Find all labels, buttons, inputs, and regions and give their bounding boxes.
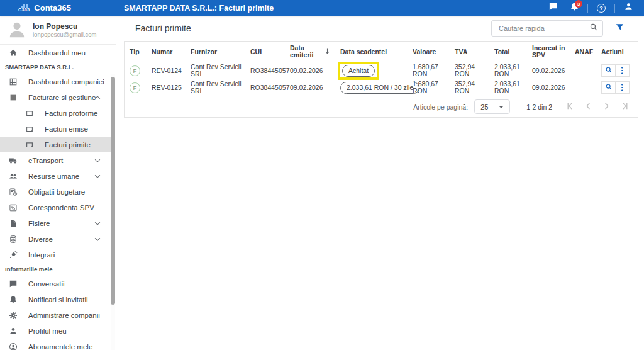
next-page-button[interactable]: [597, 98, 616, 116]
sidebar-item-profilul-meu[interactable]: Profilul meu: [0, 323, 111, 339]
header-incarcat-in-spv[interactable]: Incarcat in SPV: [527, 42, 570, 62]
sidebar-item-integrari[interactable]: Integrari: [0, 247, 111, 262]
grid-icon: [8, 77, 18, 86]
bell-icon: [8, 295, 18, 304]
sidebar-item-notificari-si-invitatii[interactable]: Notificari si invitatii: [0, 291, 111, 307]
table-header-row: Tip Numar Furnizor CUI Data emiterii Dat…: [125, 42, 638, 62]
view-invoice-button[interactable]: [601, 81, 616, 94]
sidebar-item-abonamentele-mele[interactable]: Abonamentele mele: [0, 339, 111, 350]
chat-button[interactable]: [542, 0, 564, 16]
header-furnizor[interactable]: Furnizor: [186, 42, 245, 62]
sidebar-item-dashboardul-companiei[interactable]: Dashboardul companiei: [0, 74, 111, 89]
sidebar-item-facturi-primite[interactable]: Facturi primite: [0, 137, 111, 152]
file-icon: [8, 218, 18, 228]
invoice-icon: [25, 108, 34, 118]
chevron-left-icon: [584, 101, 593, 113]
cell-data-emiterii: 09.02.2026: [285, 62, 335, 79]
logo-text: C365: [18, 8, 30, 13]
cell-tva: 352,94 RON: [450, 62, 489, 79]
cell-furnizor: Cont Rev Servicii SRL: [186, 79, 245, 96]
sidebar-scrollbar: [111, 74, 115, 350]
cell-data-emiterii: 09.02.2026: [285, 79, 335, 96]
sidebar-item-facturi-emise[interactable]: Facturi emise: [0, 121, 111, 137]
people-icon: [8, 171, 18, 181]
sidebar-section-informatiile-mele: Informatiile mele: [0, 262, 116, 276]
header-numar[interactable]: Numar: [147, 42, 186, 62]
sidebar-item-facturi-proforme[interactable]: Facturi proforme: [0, 105, 111, 121]
sidebar-item-diverse[interactable]: Diverse: [0, 231, 111, 247]
gear-icon: [8, 310, 18, 320]
cell-total: 2.033,61 RON: [489, 62, 527, 79]
table-row[interactable]: F REV-0124 Cont Rev Servicii SRL RO38445…: [125, 62, 638, 79]
topbar: C365 Conta365 SMARTAPP DATA S.R.L.: Fact…: [0, 0, 644, 16]
sidebar-section-company: SMARTAPP DATA S.R.L.: [0, 60, 116, 74]
sidebar-item-resurse-umane[interactable]: Resurse umane: [0, 168, 111, 184]
chevron-up-icon: [95, 96, 100, 101]
content-header: Facturi primite: [116, 16, 644, 41]
header-tva[interactable]: TVA: [450, 42, 489, 62]
sort-desc-icon[interactable]: [324, 48, 331, 56]
budget-icon: [8, 187, 18, 196]
sidebar-item-conversatii[interactable]: Conversatii: [0, 276, 111, 291]
home-icon: [8, 48, 18, 57]
cell-numar: REV-0125: [147, 79, 186, 96]
conta365-logo-icon: C365: [18, 4, 30, 13]
truck-icon: [8, 155, 18, 165]
database-icon: [8, 234, 18, 244]
first-page-button[interactable]: [561, 98, 579, 116]
cell-cui: RO38445057: [245, 62, 285, 79]
invoices-table: Tip Numar Furnizor CUI Data emiterii Dat…: [125, 42, 638, 96]
account-circle-icon: [8, 342, 18, 350]
sidebar-item-dashboardul-meu[interactable]: Dashboardul meu: [0, 45, 111, 60]
header-data-emiterii[interactable]: Data emiterii: [285, 42, 335, 62]
chevron-down-icon: [95, 220, 100, 225]
main-content: Facturi primite Tip Numar: [116, 16, 644, 350]
header-data-scadentei[interactable]: Data scadentei: [335, 42, 408, 62]
sidebar-item-administrare-companii[interactable]: Administrare companii: [0, 307, 111, 323]
status-chip-scadenta[interactable]: 2.033,61 RON / 30 zile: [340, 82, 419, 94]
sidebar-item-etransport[interactable]: eTransport: [0, 152, 111, 168]
cell-incarcat-in-spv: 09.02.2026: [527, 79, 570, 96]
brand-area[interactable]: C365 Conta365: [0, 0, 116, 16]
chevron-down-icon: [95, 157, 100, 162]
avatar: [8, 20, 26, 41]
sidebar-item-facturare-si-gestiune[interactable]: Facturare si gestiune: [0, 89, 111, 105]
topbar-actions: 3 ?: [542, 0, 644, 16]
plug-icon: [8, 250, 18, 259]
view-invoice-button[interactable]: [601, 64, 616, 77]
notifications-button[interactable]: 3: [564, 0, 585, 16]
person-icon: [8, 326, 18, 336]
header-cui[interactable]: CUI: [245, 42, 285, 62]
help-button[interactable]: ?: [591, 0, 612, 16]
notifications-badge: 3: [575, 0, 582, 8]
account-button[interactable]: [618, 0, 639, 16]
header-tip[interactable]: Tip: [125, 42, 147, 62]
sidebar-item-corespondenta-spv[interactable]: Corespondenta SPV: [0, 200, 111, 215]
chevron-right-icon: [602, 101, 611, 113]
chat-icon: [548, 2, 558, 14]
page-title: Facturi primite: [135, 23, 191, 33]
square-icon: [8, 93, 18, 102]
prev-page-button[interactable]: [579, 98, 597, 116]
items-per-page-select[interactable]: 25: [474, 99, 510, 114]
sidebar-item-fisiere[interactable]: Fisiere: [0, 215, 111, 231]
caret-down-icon: [499, 106, 504, 108]
status-chip-achitat[interactable]: Achitat: [342, 65, 375, 77]
header-anaf[interactable]: ANAF: [570, 42, 596, 62]
search-icon[interactable]: [589, 23, 598, 34]
sidebar-item-obligatii-bugetare[interactable]: Obligatii bugetare: [0, 184, 111, 200]
search-input[interactable]: [497, 24, 589, 33]
filter-button[interactable]: [607, 20, 632, 37]
row-menu-button[interactable]: [615, 81, 630, 94]
user-name: Ion Popescu: [33, 22, 97, 31]
row-menu-button[interactable]: [615, 64, 630, 77]
cell-total: 2.033,61 RON: [489, 79, 527, 96]
table-row[interactable]: F REV-0125 Cont Rev Servicii SRL RO38445…: [125, 79, 638, 96]
header-valoare[interactable]: Valoare: [408, 42, 450, 62]
sidebar-scrollbar-thumb[interactable]: [111, 77, 115, 305]
chat-icon: [8, 279, 18, 288]
user-card[interactable]: Ion Popescu ionpopescu@gmail.com: [0, 16, 116, 45]
header-total[interactable]: Total: [489, 42, 527, 62]
last-page-button[interactable]: [616, 98, 634, 116]
header-actiuni: Actiuni: [596, 42, 638, 62]
